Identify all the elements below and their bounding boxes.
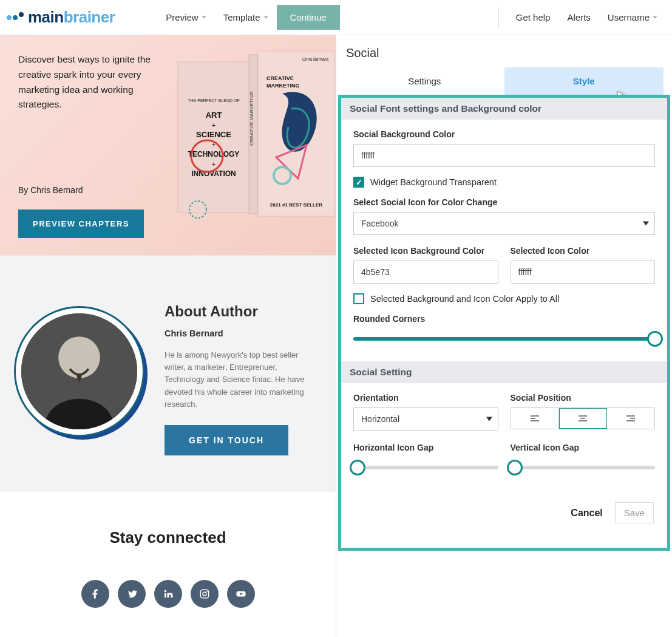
cancel-button[interactable]: Cancel (571, 502, 602, 523)
apply-all-label: Selected Background and Icon Color Apply… (370, 294, 559, 304)
panel-tabs: Settings Style (345, 67, 664, 95)
svg-text:2021 #1 BEST SELLER: 2021 #1 BEST SELLER (270, 202, 322, 208)
svg-point-20 (58, 336, 100, 378)
author-heading: About Author (165, 303, 317, 320)
svg-text:THE PERFECT BLEND OF: THE PERFECT BLEND OF (188, 98, 239, 103)
nav-template[interactable]: Template (215, 6, 277, 29)
book-art: THE PERFECT BLEND OF ART + SCIENCE + TEC… (175, 49, 336, 228)
section-header-font: Social Font settings and Background colo… (341, 98, 667, 120)
svg-text:SCIENCE: SCIENCE (196, 130, 231, 139)
top-right-nav: Get help Alerts Username (490, 6, 666, 29)
bg-color-label: Social Background Color (353, 129, 655, 139)
logo-text-sub: brainer (64, 8, 115, 27)
svg-text:ART: ART (206, 111, 222, 120)
chevron-down-icon (263, 16, 268, 19)
canvas-preview: Discover best ways to ignite the creativ… (0, 35, 336, 637)
hgap-label: Horizontal Icon Gap (353, 443, 498, 452)
apply-all-checkbox[interactable] (353, 293, 364, 304)
author-avatar (11, 303, 148, 440)
twitter-icon[interactable] (118, 580, 146, 608)
svg-text:TECHNOLOGY: TECHNOLOGY (188, 150, 240, 158)
transparent-label: Widget Background Transparent (370, 177, 497, 187)
chevron-down-icon (202, 16, 206, 19)
apply-all-checkbox-row: Selected Background and Icon Color Apply… (353, 293, 655, 304)
side-panel: Social Settings Style Social Font settin… (336, 35, 672, 637)
hero-text: Discover best ways to ignite the creativ… (18, 52, 155, 112)
transparent-checkbox-row: Widget Background Transparent (353, 177, 655, 188)
bg-color-input[interactable] (353, 144, 655, 167)
author-desc: He is among Newyork's top best seller wr… (165, 349, 317, 410)
rounded-label: Rounded Corners (353, 314, 655, 324)
panel-actions: Cancel Save (341, 490, 667, 548)
social-icons-row (0, 580, 336, 608)
svg-text:+: + (212, 160, 216, 168)
author-section: About Author Chris Bernard He is among N… (0, 255, 336, 492)
preview-chapters-button[interactable]: PREVIEW CHAPTERS (18, 209, 144, 238)
rounded-slider[interactable] (353, 330, 655, 348)
svg-text:Chris Bernard: Chris Bernard (302, 57, 328, 61)
align-right-button[interactable] (607, 408, 654, 429)
svg-text:MARKETING: MARKETING (266, 83, 300, 89)
author-name: Chris Bernard (165, 329, 317, 338)
iconbg-label: Selected Icon Background Color (353, 246, 498, 256)
vgap-label: Vertical Icon Gap (511, 443, 656, 452)
align-left-button[interactable] (511, 408, 559, 429)
divider (498, 7, 499, 29)
chevron-down-icon (653, 16, 657, 19)
facebook-icon[interactable] (81, 580, 109, 608)
iconbg-input[interactable] (353, 261, 498, 284)
instagram-icon[interactable] (191, 580, 219, 608)
nav-preview[interactable]: Preview (157, 6, 214, 29)
select-icon-label: Select Social Icon for Color Change (353, 197, 655, 207)
get-in-touch-button[interactable]: GET IN TOUCH (165, 425, 288, 455)
linkedin-icon[interactable] (154, 580, 182, 608)
save-button[interactable]: Save (615, 502, 654, 523)
panel-title: Social (336, 35, 672, 67)
svg-point-22 (203, 592, 206, 596)
hgap-slider[interactable] (353, 458, 498, 477)
logo-icon (6, 15, 24, 21)
vgap-slider[interactable] (511, 458, 656, 477)
svg-text:CREATIVE: CREATIVE (266, 75, 294, 81)
nav-username[interactable]: Username (599, 6, 666, 29)
youtube-icon[interactable] (227, 580, 255, 608)
orientation-label: Orientation (353, 393, 498, 403)
align-center-button[interactable] (559, 408, 607, 429)
iconcolor-label: Selected Icon Color (511, 246, 656, 256)
position-label: Social Position (511, 393, 656, 403)
nav-username-label: Username (608, 12, 650, 22)
section-header-setting: Social Setting (341, 361, 667, 383)
tab-style[interactable]: Style (504, 67, 664, 95)
svg-text:+: + (212, 121, 216, 129)
transparent-checkbox[interactable] (353, 177, 364, 188)
nav-alerts[interactable]: Alerts (558, 6, 599, 29)
select-icon-dropdown[interactable] (353, 212, 655, 235)
nav-template-label: Template (223, 12, 260, 22)
author-info: About Author Chris Bernard He is among N… (165, 303, 317, 455)
continue-button[interactable]: Continue (277, 5, 340, 30)
top-center-nav: Preview Template Continue (157, 5, 339, 30)
logo-text-main: main (28, 8, 64, 27)
nav-preview-label: Preview (166, 12, 198, 22)
position-group (511, 407, 656, 429)
stay-heading: Stay connected (0, 528, 336, 547)
hero-section: Discover best ways to ignite the creativ… (0, 35, 336, 255)
svg-text:CREATIVE MARKETING: CREATIVE MARKETING (249, 92, 254, 146)
stay-connected-section: Stay connected (0, 492, 336, 637)
iconcolor-input[interactable] (511, 261, 656, 284)
nav-get-help[interactable]: Get help (507, 6, 559, 29)
tab-settings[interactable]: Settings (345, 67, 504, 95)
logo[interactable]: mainbrainer (6, 8, 115, 27)
topbar: mainbrainer Preview Template Continue Ge… (0, 0, 672, 35)
svg-point-23 (206, 591, 208, 592)
orientation-dropdown[interactable] (353, 407, 498, 431)
style-panel: Social Font settings and Background colo… (338, 95, 670, 551)
